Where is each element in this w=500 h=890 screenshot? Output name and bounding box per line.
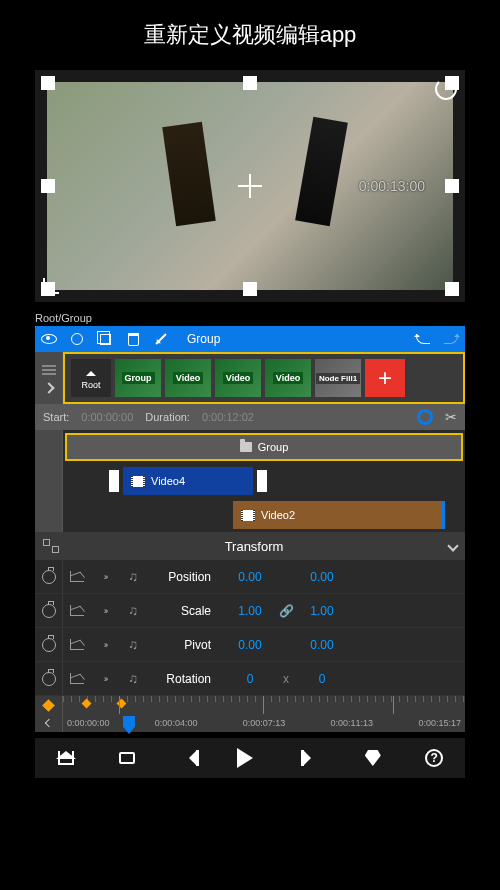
note-icon[interactable]: ♫ [119, 637, 147, 652]
resize-handle[interactable] [445, 179, 459, 193]
chat-icon [119, 752, 135, 764]
visibility-icon[interactable] [41, 331, 57, 347]
clip-handle[interactable] [109, 470, 119, 492]
home-icon [58, 751, 74, 765]
circle-icon[interactable] [69, 331, 85, 347]
playhead[interactable] [123, 716, 135, 734]
layer-thumb[interactable]: Video [215, 359, 261, 397]
property-value[interactable]: 1.00 [297, 604, 347, 618]
donut-icon[interactable] [417, 409, 433, 425]
group-clip[interactable]: Group [65, 433, 463, 461]
transform-header[interactable]: Transform [35, 532, 465, 560]
stopwatch-icon[interactable] [42, 570, 56, 584]
property-value[interactable]: 0.00 [297, 638, 347, 652]
note-icon[interactable]: ♫ [119, 569, 147, 584]
wave-icon[interactable]: ››› [91, 674, 119, 684]
timecode-mark: 0:00:00:00 [67, 718, 110, 728]
play-icon [237, 748, 263, 768]
up-arrow-icon [86, 366, 96, 376]
edit-icon[interactable] [153, 331, 169, 347]
step-forward-icon [303, 750, 319, 766]
layer-thumb[interactable]: Video [165, 359, 211, 397]
resize-handle[interactable] [243, 282, 257, 296]
rotate-icon[interactable] [435, 78, 457, 100]
graph-icon[interactable] [63, 571, 91, 582]
property-value[interactable]: 0.00 [225, 570, 275, 584]
add-layer-button[interactable]: + [365, 359, 405, 397]
stopwatch-icon[interactable] [42, 604, 56, 618]
property-value[interactable]: 0.00 [225, 638, 275, 652]
crosshair-icon [238, 174, 262, 198]
stopwatch-icon[interactable] [42, 672, 56, 686]
toolbar-label: Group [187, 332, 220, 346]
folder-icon [240, 442, 252, 452]
video-preview[interactable]: 0:00:13:00 [35, 70, 465, 302]
graph-icon[interactable] [63, 639, 91, 650]
transform-title: Transform [59, 539, 449, 554]
layers-expand[interactable] [35, 352, 63, 404]
scissors-icon[interactable]: ✂ [445, 409, 457, 425]
resize-handle[interactable] [41, 179, 55, 193]
step-back-button[interactable] [178, 747, 200, 769]
note-icon[interactable]: ♫ [119, 603, 147, 618]
step-back-icon [181, 750, 197, 766]
wave-icon[interactable]: ››› [91, 640, 119, 650]
timecode-mark: 0:00:07:13 [243, 718, 286, 728]
help-button[interactable]: ? [423, 747, 445, 769]
breadcrumb[interactable]: Root/Group [35, 310, 465, 326]
resize-handle[interactable] [243, 76, 257, 90]
track-handle[interactable] [35, 430, 63, 464]
property-value[interactable]: 0 [225, 672, 275, 686]
stopwatch-icon[interactable] [42, 638, 56, 652]
property-value[interactable]: 0.00 [297, 570, 347, 584]
property-row: ››› ♫ Position 0.00 0.00 [35, 560, 465, 594]
help-icon: ? [425, 749, 443, 767]
layer-thumb[interactable]: Video [265, 359, 311, 397]
film-icon [131, 476, 145, 487]
step-forward-button[interactable] [300, 747, 322, 769]
root-button[interactable]: Root [71, 359, 111, 397]
graph-icon[interactable] [63, 605, 91, 616]
undo-icon[interactable] [415, 331, 431, 347]
track-handle[interactable] [35, 498, 63, 532]
property-value[interactable]: 0 [297, 672, 347, 686]
corner-mark-icon [43, 278, 59, 294]
track-handle[interactable] [35, 464, 63, 498]
resize-handle[interactable] [445, 282, 459, 296]
timeline-info-bar: Start: 0:00:00:00 Duration: 0:00:12:02 ✂ [35, 404, 465, 430]
graph-icon[interactable] [63, 673, 91, 684]
property-row: ››› ♫ Rotation 0 x 0 [35, 662, 465, 696]
note-icon[interactable]: ♫ [119, 671, 147, 686]
video-clip[interactable]: Video2 [233, 501, 443, 529]
link-icon[interactable]: 🔗 [275, 604, 297, 618]
play-button[interactable] [239, 747, 261, 769]
keyframe-ruler[interactable] [35, 696, 465, 714]
resize-handle[interactable] [41, 76, 55, 90]
chevron-left-icon[interactable] [44, 719, 52, 727]
property-row: ››› ♫ Pivot 0.00 0.00 [35, 628, 465, 662]
timecode-mark: 0:00:11:13 [331, 718, 374, 728]
preview-timecode: 0:00:13:00 [359, 178, 425, 194]
film-icon [241, 510, 255, 521]
home-button[interactable] [55, 747, 77, 769]
timecode-mark: 0:00:15:17 [418, 718, 461, 728]
chevron-right-icon [43, 382, 54, 393]
video-clip[interactable]: Video4 [123, 467, 253, 495]
copy-icon[interactable] [97, 331, 113, 347]
timecode-ruler[interactable]: 0:00:00:00 0:00:04:00 0:00:07:13 0:00:11… [35, 714, 465, 732]
clip-handle[interactable] [257, 470, 267, 492]
wave-icon[interactable]: ››› [91, 606, 119, 616]
duration-label: Duration: [145, 411, 190, 423]
layer-thumb[interactable]: Node Fill1 [315, 359, 361, 397]
duration-value[interactable]: 0:00:12:02 [202, 411, 254, 423]
start-value[interactable]: 0:00:00:00 [81, 411, 133, 423]
bottom-nav: ? [35, 738, 465, 778]
redo-icon [443, 331, 459, 347]
premium-button[interactable] [362, 747, 384, 769]
wave-icon[interactable]: ››› [91, 572, 119, 582]
delete-icon[interactable] [125, 331, 141, 347]
keyframe-icon[interactable] [42, 699, 55, 712]
chat-button[interactable] [116, 747, 138, 769]
property-value[interactable]: 1.00 [225, 604, 275, 618]
layer-thumb[interactable]: Group [115, 359, 161, 397]
